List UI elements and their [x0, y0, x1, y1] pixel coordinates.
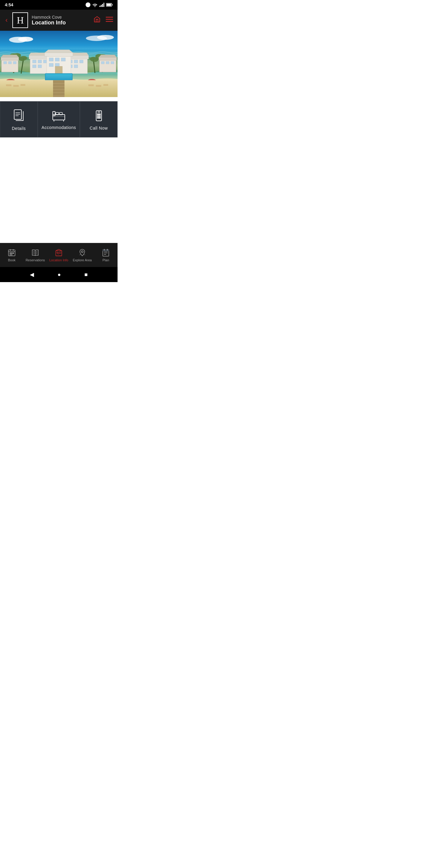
separator [0, 97, 118, 101]
hero-image [0, 31, 118, 97]
nav-item-book[interactable]: Book [0, 243, 24, 267]
svg-rect-28 [1, 57, 19, 60]
plan-icon [101, 248, 110, 257]
android-recent-button[interactable]: ■ [82, 269, 90, 280]
svg-rect-41 [33, 60, 36, 63]
svg-rect-89 [88, 84, 94, 86]
svg-rect-42 [38, 60, 41, 63]
location-name: Hammock Cove [32, 15, 90, 20]
svg-rect-31 [13, 61, 16, 64]
svg-line-138 [84, 254, 85, 255]
nav-item-plan[interactable]: Plan [94, 243, 118, 267]
svg-rect-36 [106, 61, 109, 64]
status-bar: 4:54 [0, 0, 118, 10]
svg-rect-90 [96, 85, 101, 87]
call-now-button[interactable]: Call Now [80, 101, 118, 137]
explore-nav-label: Explore Area [73, 258, 92, 262]
svg-rect-58 [55, 58, 59, 61]
svg-rect-5 [107, 4, 111, 6]
svg-rect-88 [21, 84, 25, 86]
svg-point-107 [99, 114, 100, 115]
svg-point-136 [82, 251, 83, 253]
record-icon [86, 2, 90, 7]
svg-rect-62 [55, 66, 62, 73]
svg-point-113 [99, 118, 100, 119]
svg-rect-45 [38, 65, 41, 68]
svg-rect-51 [80, 60, 83, 63]
svg-point-111 [97, 118, 98, 119]
svg-rect-119 [10, 253, 11, 254]
svg-rect-57 [49, 58, 53, 61]
svg-rect-35 [101, 61, 104, 64]
svg-rect-64 [45, 73, 72, 80]
back-button[interactable]: ‹ [4, 15, 9, 25]
reservations-nav-label: Reservations [26, 258, 45, 262]
svg-marker-38 [99, 55, 117, 57]
android-back-button[interactable]: ◀ [27, 269, 36, 280]
svg-rect-133 [59, 252, 61, 253]
nav-item-reservations[interactable]: Reservations [24, 243, 47, 267]
header-actions [93, 16, 113, 25]
svg-rect-29 [4, 61, 7, 64]
accommodations-button[interactable]: Accommodations [38, 101, 80, 137]
page-title: Location Info [32, 20, 90, 26]
time-display: 4:54 [5, 2, 13, 7]
svg-marker-63 [44, 50, 73, 53]
bottom-navigation: Book Reservations Location Info [0, 243, 118, 267]
bed-icon [52, 110, 65, 121]
app-header: ‹ H Hammock Cove Location Info [0, 10, 118, 31]
svg-rect-61 [55, 63, 59, 67]
svg-rect-0 [99, 6, 100, 7]
signal-icon [99, 3, 104, 7]
svg-point-12 [18, 37, 33, 41]
svg-rect-33 [99, 59, 116, 72]
wifi-icon [92, 3, 98, 7]
menu-icon[interactable] [105, 16, 113, 25]
svg-rect-59 [61, 58, 65, 61]
android-nav-bar: ◀ ● ■ [0, 267, 118, 282]
nav-item-location-info[interactable]: Location Info [47, 243, 70, 267]
svg-rect-50 [74, 60, 78, 63]
svg-marker-32 [1, 55, 19, 57]
android-home-button[interactable]: ● [55, 269, 63, 280]
svg-point-109 [98, 116, 99, 117]
accommodations-label: Accommodations [41, 125, 76, 130]
svg-point-112 [98, 118, 99, 119]
action-buttons-grid: Details Accommodations [0, 101, 118, 137]
book-open-icon [31, 248, 39, 257]
document-icon [13, 109, 24, 122]
svg-rect-97 [53, 115, 65, 120]
details-button[interactable]: Details [0, 101, 38, 137]
svg-rect-143 [103, 250, 109, 251]
svg-point-105 [97, 114, 98, 115]
svg-rect-1 [101, 5, 102, 7]
call-now-label: Call Now [90, 126, 108, 130]
details-label: Details [12, 126, 26, 131]
svg-point-14 [97, 35, 114, 40]
battery-icon [106, 3, 113, 7]
svg-rect-93 [14, 110, 22, 119]
svg-rect-6 [112, 4, 113, 5]
svg-rect-37 [111, 61, 114, 64]
location-info-nav-label: Location Info [50, 258, 68, 262]
nav-item-explore[interactable]: Explore Area [70, 243, 94, 267]
svg-rect-114 [98, 112, 100, 113]
svg-point-106 [98, 114, 99, 115]
svg-point-110 [99, 116, 100, 117]
svg-rect-2 [102, 4, 103, 7]
book-nav-label: Book [8, 258, 16, 262]
svg-rect-98 [53, 112, 55, 116]
svg-line-137 [79, 254, 81, 255]
content-area [0, 137, 118, 243]
svg-rect-30 [8, 61, 11, 64]
svg-rect-44 [33, 65, 36, 68]
resort-illustration [0, 31, 118, 97]
plan-nav-label: Plan [102, 258, 109, 262]
svg-rect-123 [11, 254, 12, 255]
svg-rect-120 [11, 253, 12, 254]
phone-icon [93, 110, 105, 122]
header-title-group: Hammock Cove Location Info [32, 15, 90, 26]
svg-rect-27 [1, 59, 18, 72]
home-icon[interactable] [93, 16, 101, 25]
status-icons [86, 2, 113, 7]
